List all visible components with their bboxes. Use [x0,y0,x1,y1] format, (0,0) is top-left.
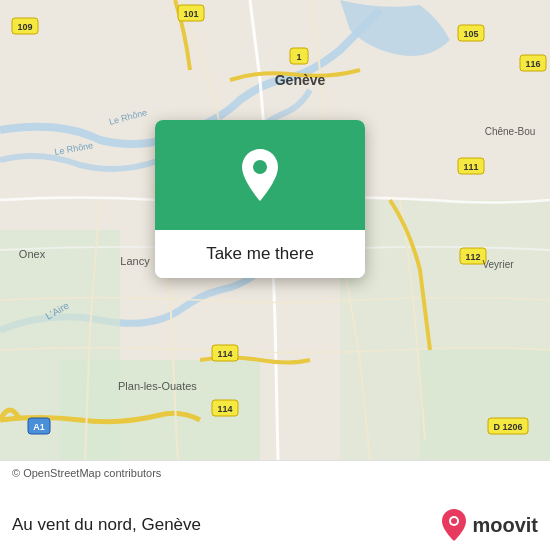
moovit-brand-text: moovit [472,514,538,537]
svg-text:Genève: Genève [275,72,326,88]
moovit-logo: moovit [440,508,538,542]
svg-text:D 1206: D 1206 [493,422,522,432]
svg-text:114: 114 [217,349,232,359]
svg-text:111: 111 [463,162,478,172]
svg-text:101: 101 [183,9,198,19]
location-pin-icon [236,147,284,203]
map-container: 109 101 1 105 116 111 112 114 114 A1 D 1… [0,0,550,460]
popup-header [155,120,365,230]
location-name: Au vent du nord, Genève [12,515,201,535]
moovit-pin-icon [440,508,468,542]
bottom-bar: © OpenStreetMap contributors Au vent du … [0,460,550,550]
svg-text:Onex: Onex [19,248,46,260]
svg-point-36 [253,160,267,174]
svg-text:Chêne-Bou: Chêne-Bou [485,126,536,137]
osm-attribution: © OpenStreetMap contributors [12,467,538,479]
svg-text:116: 116 [525,59,540,69]
svg-text:Plan-les-Ouates: Plan-les-Ouates [118,380,197,392]
svg-point-38 [451,518,457,524]
svg-text:112: 112 [465,252,480,262]
svg-text:Veyrier: Veyrier [482,259,514,270]
svg-text:A1: A1 [33,422,45,432]
svg-rect-4 [420,350,550,460]
svg-text:105: 105 [463,29,478,39]
location-popup: Take me there [155,120,365,278]
svg-text:114: 114 [217,404,232,414]
svg-text:109: 109 [17,22,32,32]
svg-text:Lancy: Lancy [120,255,150,267]
take-me-there-button[interactable]: Take me there [155,230,365,278]
svg-text:1: 1 [296,52,301,62]
bottom-row: Au vent du nord, Genève moovit [12,508,538,542]
